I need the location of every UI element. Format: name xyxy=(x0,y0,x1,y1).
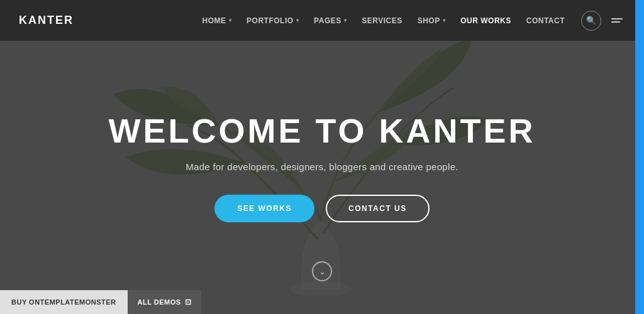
see-works-button[interactable]: SEE WORKS xyxy=(214,195,314,222)
nav-link-home[interactable]: HOME ▾ xyxy=(196,11,238,30)
nav-item-home[interactable]: HOME ▾ xyxy=(196,11,238,30)
bottom-bar: BUY ONTemplateMonster ALL DEMOS ⊡ xyxy=(0,290,201,314)
hero-buttons: SEE WORKS CONTACT US xyxy=(109,195,536,222)
search-icon: 🔍 xyxy=(586,16,596,25)
hero-section: KANTER HOME ▾ PORTFOLIO ▾ PAGES ▾ xyxy=(0,0,644,314)
hamburger-line xyxy=(611,18,623,19)
nav-link-ourworks[interactable]: OUR WORKS xyxy=(454,11,518,30)
hero-content: WELCOME TO KANTER Made for developers, d… xyxy=(109,111,536,222)
monitor-icon: ⊡ xyxy=(185,298,192,306)
search-button[interactable]: 🔍 xyxy=(581,11,601,31)
buy-button[interactable]: BUY ONTemplateMonster xyxy=(0,290,128,314)
hero-subtitle: Made for developers, designers, bloggers… xyxy=(109,161,536,172)
nav-menu: HOME ▾ PORTFOLIO ▾ PAGES ▾ SERVICES xyxy=(196,11,571,30)
navbar-icons: 🔍 xyxy=(581,11,625,31)
nav-link-portfolio[interactable]: PORTFOLIO ▾ xyxy=(240,11,305,30)
brand-logo: KANTER xyxy=(19,14,74,27)
sidebar-accent-strip xyxy=(635,0,644,314)
all-demos-button[interactable]: ALL DEMOS ⊡ xyxy=(128,290,202,314)
chevron-down-icon: ⌄ xyxy=(319,267,326,276)
nav-link-services[interactable]: SERVICES xyxy=(355,11,408,30)
hamburger-line xyxy=(611,21,620,23)
nav-item-pages[interactable]: PAGES ▾ xyxy=(308,11,353,30)
nav-link-contact[interactable]: CONTACT xyxy=(520,11,571,30)
nav-item-portfolio[interactable]: PORTFOLIO ▾ xyxy=(240,11,305,30)
contact-us-button[interactable]: CONTACT US xyxy=(326,195,430,222)
nav-item-shop[interactable]: SHOP ▾ xyxy=(411,11,452,30)
hero-title: WELCOME TO KANTER xyxy=(109,111,536,150)
nav-link-shop[interactable]: SHOP ▾ xyxy=(411,11,452,30)
chevron-down-icon: ▾ xyxy=(344,18,347,23)
chevron-down-icon: ▾ xyxy=(229,18,232,23)
scroll-down-button[interactable]: ⌄ xyxy=(312,261,332,281)
hamburger-button[interactable] xyxy=(609,16,625,25)
nav-item-contact[interactable]: CONTACT xyxy=(520,11,571,30)
nav-item-services[interactable]: SERVICES xyxy=(355,11,408,30)
chevron-down-icon: ▾ xyxy=(443,18,446,23)
nav-item-ourworks[interactable]: OUR WORKS xyxy=(454,11,518,30)
navbar: KANTER HOME ▾ PORTFOLIO ▾ PAGES ▾ xyxy=(0,0,644,41)
chevron-down-icon: ▾ xyxy=(296,18,299,23)
nav-link-pages[interactable]: PAGES ▾ xyxy=(308,11,353,30)
